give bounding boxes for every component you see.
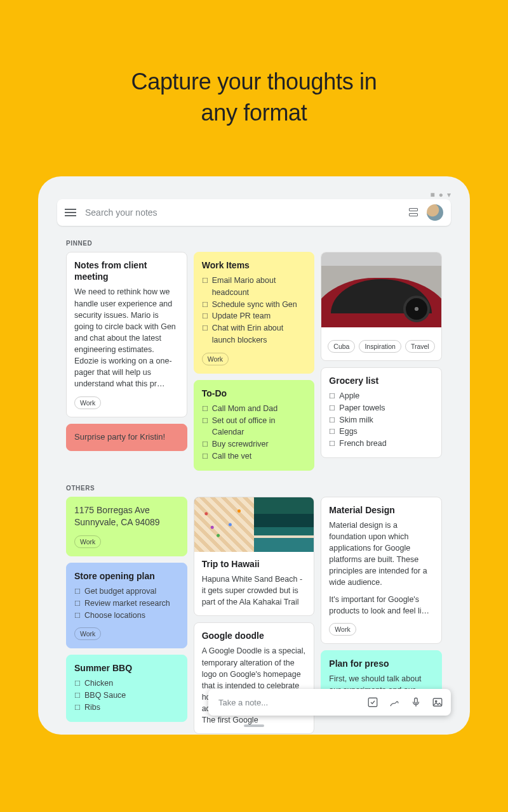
svg-rect-0 [368,698,377,707]
note-summer-bbq[interactable]: Summer BBQ Chicken BBQ Sauce Ribs [66,655,187,721]
note-material-design[interactable]: Material Design Material design is a fou… [321,497,442,644]
draw-icon[interactable] [389,697,400,708]
tag-chip[interactable]: Work [74,627,101,640]
note-car-photo[interactable]: Cuba Inspiration Travel [321,252,442,361]
tag-chip[interactable]: Work [329,623,356,636]
note-work-items[interactable]: Work Items Email Mario about headcount S… [194,252,315,374]
note-doodle[interactable]: Google doodle A Google Doodle is a speci… [194,622,315,734]
tag-chip[interactable]: Work [202,353,229,365]
note-todo[interactable]: To-Do Call Mom and Dad Set out of office… [194,380,315,471]
mic-icon[interactable] [410,697,422,708]
checkbox-icon[interactable] [367,697,378,708]
tag-chip[interactable]: Work [74,396,101,409]
note-address[interactable]: 1175 Borregas Ave Sunnyvale, CA 94089 Wo… [66,497,187,556]
marketing-headline: Capture your thoughts inany format [0,0,508,128]
search-bar[interactable]: Search your notes [57,199,451,226]
hawaii-image [194,497,314,552]
status-bar-icons: ■●▾ [431,190,451,199]
image-icon[interactable] [432,697,443,708]
svg-point-3 [436,700,437,702]
take-note-bar[interactable]: Take a note... [208,689,451,716]
note-hawaii[interactable]: Trip to Hawaii Hapuna White Sand Beach -… [194,497,315,617]
note-client-meeting[interactable]: Notes from client meeting We need to ret… [66,252,187,417]
svg-rect-1 [415,698,418,703]
home-indicator [244,724,264,727]
note-grocery[interactable]: Grocery list Apple Paper towels Skim mil… [321,367,442,458]
tag-chip[interactable]: Work [74,535,101,548]
note-surprise-party[interactable]: Surprise party for Kristin! [66,424,187,452]
view-toggle-icon[interactable] [409,208,418,217]
tag-chip[interactable]: Cuba [328,340,355,353]
avatar[interactable] [427,204,443,221]
svg-rect-2 [433,698,442,706]
tablet-frame: ■●▾ Search your notes PINNED Notes from … [38,176,470,735]
menu-icon[interactable] [65,209,76,216]
car-image [321,252,441,327]
section-header-others: OTHERS [66,485,451,492]
tag-chip[interactable]: Inspiration [359,340,401,353]
take-note-input[interactable]: Take a note... [218,698,357,707]
section-header-pinned: PINNED [66,240,451,247]
search-input[interactable]: Search your notes [85,207,409,218]
tag-chip[interactable]: Travel [405,340,435,353]
note-store-plan[interactable]: Store opening plan Get budget approval R… [66,563,187,648]
